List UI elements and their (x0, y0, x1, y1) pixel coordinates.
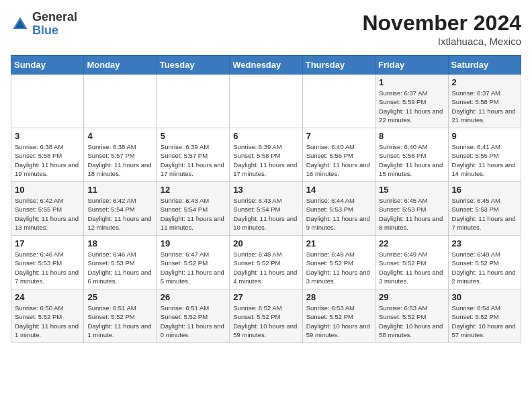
calendar-cell (302, 75, 375, 128)
day-info: Sunrise: 6:51 AM Sunset: 5:52 PM Dayligh… (87, 304, 152, 339)
day-info: Sunrise: 6:44 AM Sunset: 5:53 PM Dayligh… (306, 196, 371, 232)
logo: General Blue (11, 11, 77, 38)
logo-text: General Blue (32, 11, 77, 38)
day-info: Sunrise: 6:43 AM Sunset: 5:54 PM Dayligh… (233, 196, 298, 232)
day-number: 24 (15, 292, 80, 302)
day-number: 12 (161, 185, 226, 195)
calendar-cell: 15Sunrise: 6:45 AM Sunset: 5:53 PM Dayli… (375, 182, 448, 236)
day-number: 15 (379, 185, 444, 195)
calendar-cell: 23Sunrise: 6:49 AM Sunset: 5:52 PM Dayli… (448, 236, 521, 289)
day-number: 21 (306, 238, 371, 248)
day-number: 8 (379, 131, 444, 141)
calendar-cell: 21Sunrise: 6:48 AM Sunset: 5:52 PM Dayli… (302, 236, 375, 289)
calendar-cell: 2Sunrise: 6:37 AM Sunset: 5:58 PM Daylig… (448, 75, 521, 128)
calendar-cell: 14Sunrise: 6:44 AM Sunset: 5:53 PM Dayli… (302, 182, 375, 236)
calendar-cell: 3Sunrise: 6:38 AM Sunset: 5:58 PM Daylig… (11, 128, 84, 182)
day-number: 10 (15, 185, 80, 195)
calendar-cell: 26Sunrise: 6:51 AM Sunset: 5:52 PM Dayli… (157, 289, 229, 343)
day-info: Sunrise: 6:47 AM Sunset: 5:52 PM Dayligh… (161, 250, 226, 285)
day-info: Sunrise: 6:37 AM Sunset: 5:59 PM Dayligh… (379, 89, 444, 124)
day-info: Sunrise: 6:41 AM Sunset: 5:55 PM Dayligh… (452, 142, 517, 178)
calendar-cell: 28Sunrise: 6:53 AM Sunset: 5:52 PM Dayli… (302, 289, 375, 343)
day-info: Sunrise: 6:49 AM Sunset: 5:52 PM Dayligh… (452, 250, 517, 285)
day-number: 3 (15, 131, 80, 141)
calendar-cell: 29Sunrise: 6:53 AM Sunset: 5:52 PM Dayli… (375, 289, 448, 343)
day-number: 4 (87, 131, 152, 141)
calendar-cell (11, 75, 84, 128)
calendar-cell: 12Sunrise: 6:43 AM Sunset: 5:54 PM Dayli… (157, 182, 229, 236)
column-header-monday: Monday (84, 56, 157, 75)
day-number: 16 (452, 185, 517, 195)
day-info: Sunrise: 6:43 AM Sunset: 5:54 PM Dayligh… (161, 196, 226, 232)
day-info: Sunrise: 6:40 AM Sunset: 5:56 PM Dayligh… (379, 142, 444, 178)
page-header: General Blue November 2024 Ixtlahuaca, M… (11, 11, 521, 47)
calendar-cell: 20Sunrise: 6:48 AM Sunset: 5:52 PM Dayli… (230, 236, 302, 289)
day-info: Sunrise: 6:45 AM Sunset: 5:53 PM Dayligh… (379, 196, 444, 232)
day-number: 20 (233, 238, 298, 248)
day-number: 22 (379, 238, 444, 248)
location: Ixtlahuaca, Mexico (362, 36, 521, 47)
day-info: Sunrise: 6:38 AM Sunset: 5:57 PM Dayligh… (87, 142, 152, 178)
day-number: 6 (233, 131, 298, 141)
day-info: Sunrise: 6:48 AM Sunset: 5:52 PM Dayligh… (233, 250, 298, 285)
day-info: Sunrise: 6:45 AM Sunset: 5:53 PM Dayligh… (452, 196, 517, 232)
calendar-cell: 4Sunrise: 6:38 AM Sunset: 5:57 PM Daylig… (84, 128, 157, 182)
column-header-sunday: Sunday (11, 56, 84, 75)
calendar-week-row: 17Sunrise: 6:46 AM Sunset: 5:53 PM Dayli… (11, 236, 521, 289)
day-info: Sunrise: 6:39 AM Sunset: 5:56 PM Dayligh… (233, 142, 298, 178)
day-info: Sunrise: 6:46 AM Sunset: 5:53 PM Dayligh… (15, 250, 80, 285)
calendar-cell: 16Sunrise: 6:45 AM Sunset: 5:53 PM Dayli… (448, 182, 521, 236)
calendar-week-row: 10Sunrise: 6:42 AM Sunset: 5:55 PM Dayli… (11, 182, 521, 236)
day-number: 23 (452, 238, 517, 248)
day-number: 19 (161, 238, 226, 248)
day-number: 2 (452, 77, 517, 87)
day-info: Sunrise: 6:42 AM Sunset: 5:54 PM Dayligh… (87, 196, 152, 232)
day-info: Sunrise: 6:49 AM Sunset: 5:52 PM Dayligh… (379, 250, 444, 285)
calendar-cell: 5Sunrise: 6:39 AM Sunset: 5:57 PM Daylig… (157, 128, 229, 182)
logo-icon (11, 15, 30, 34)
day-info: Sunrise: 6:54 AM Sunset: 5:52 PM Dayligh… (452, 304, 517, 339)
day-number: 27 (233, 292, 298, 302)
calendar-cell (230, 75, 302, 128)
day-number: 11 (87, 185, 152, 195)
day-info: Sunrise: 6:39 AM Sunset: 5:57 PM Dayligh… (161, 142, 226, 178)
calendar-cell (84, 75, 157, 128)
column-header-saturday: Saturday (448, 56, 521, 75)
day-info: Sunrise: 6:38 AM Sunset: 5:58 PM Dayligh… (15, 142, 80, 178)
column-header-friday: Friday (375, 56, 448, 75)
day-info: Sunrise: 6:40 AM Sunset: 5:56 PM Dayligh… (306, 142, 371, 178)
day-number: 30 (452, 292, 517, 302)
day-info: Sunrise: 6:37 AM Sunset: 5:58 PM Dayligh… (452, 89, 517, 124)
column-header-thursday: Thursday (302, 56, 375, 75)
calendar-cell: 27Sunrise: 6:52 AM Sunset: 5:52 PM Dayli… (230, 289, 302, 343)
calendar-week-row: 1Sunrise: 6:37 AM Sunset: 5:59 PM Daylig… (11, 75, 521, 128)
calendar-cell: 13Sunrise: 6:43 AM Sunset: 5:54 PM Dayli… (230, 182, 302, 236)
calendar-header-row: SundayMondayTuesdayWednesdayThursdayFrid… (11, 56, 521, 75)
day-number: 28 (306, 292, 371, 302)
calendar-cell: 11Sunrise: 6:42 AM Sunset: 5:54 PM Dayli… (84, 182, 157, 236)
calendar-cell: 25Sunrise: 6:51 AM Sunset: 5:52 PM Dayli… (84, 289, 157, 343)
calendar-cell: 6Sunrise: 6:39 AM Sunset: 5:56 PM Daylig… (230, 128, 302, 182)
day-number: 1 (379, 77, 444, 87)
column-header-wednesday: Wednesday (230, 56, 302, 75)
calendar-cell: 1Sunrise: 6:37 AM Sunset: 5:59 PM Daylig… (375, 75, 448, 128)
calendar-cell: 22Sunrise: 6:49 AM Sunset: 5:52 PM Dayli… (375, 236, 448, 289)
day-number: 14 (306, 185, 371, 195)
day-number: 9 (452, 131, 517, 141)
day-number: 29 (379, 292, 444, 302)
day-number: 26 (161, 292, 226, 302)
calendar-cell: 19Sunrise: 6:47 AM Sunset: 5:52 PM Dayli… (157, 236, 229, 289)
day-info: Sunrise: 6:53 AM Sunset: 5:52 PM Dayligh… (379, 304, 444, 339)
calendar-week-row: 24Sunrise: 6:50 AM Sunset: 5:52 PM Dayli… (11, 289, 521, 343)
day-number: 13 (233, 185, 298, 195)
calendar-cell: 24Sunrise: 6:50 AM Sunset: 5:52 PM Dayli… (11, 289, 84, 343)
calendar-cell: 9Sunrise: 6:41 AM Sunset: 5:55 PM Daylig… (448, 128, 521, 182)
day-info: Sunrise: 6:51 AM Sunset: 5:52 PM Dayligh… (161, 304, 226, 339)
calendar-cell: 30Sunrise: 6:54 AM Sunset: 5:52 PM Dayli… (448, 289, 521, 343)
day-number: 18 (87, 238, 152, 248)
day-info: Sunrise: 6:46 AM Sunset: 5:53 PM Dayligh… (87, 250, 152, 285)
month-title: November 2024 (362, 11, 521, 36)
calendar-table: SundayMondayTuesdayWednesdayThursdayFrid… (11, 55, 521, 343)
day-number: 25 (87, 292, 152, 302)
day-number: 17 (15, 238, 80, 248)
